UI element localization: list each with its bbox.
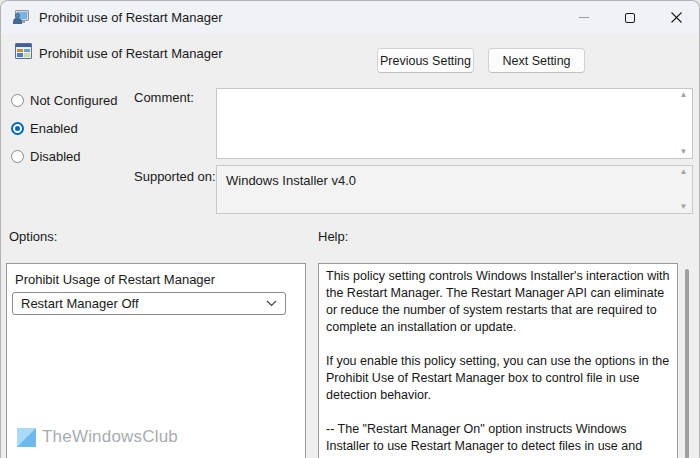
close-button[interactable]: [653, 1, 699, 34]
setting-name-heading: Prohibit use of Restart Manager: [39, 46, 223, 61]
help-panel[interactable]: This policy setting controls Windows Ins…: [318, 263, 678, 458]
watermark: TheWindowsClub: [17, 427, 178, 447]
scroll-up-icon: ▲: [680, 168, 688, 176]
radio-circle-icon[interactable]: [11, 122, 24, 135]
chevron-down-icon: [266, 300, 277, 307]
dropdown-selected-value: Restart Manager Off: [21, 296, 266, 311]
title-bar: Prohibit use of Restart Manager: [1, 1, 699, 34]
radio-enabled[interactable]: Enabled: [11, 120, 78, 136]
window-title: Prohibit use of Restart Manager: [39, 10, 223, 25]
radio-not-configured[interactable]: Not Configured: [11, 92, 117, 108]
comment-label: Comment:: [134, 90, 194, 105]
minimize-icon: [579, 17, 589, 18]
options-section-label: Options:: [9, 229, 57, 244]
help-section-label: Help:: [318, 229, 348, 244]
watermark-text: TheWindowsClub: [42, 427, 178, 447]
group-policy-app-icon: [13, 10, 30, 25]
next-setting-button[interactable]: Next Setting: [488, 48, 585, 73]
help-scrollbar[interactable]: [685, 269, 689, 458]
dropdown-label: Prohibit Usage of Restart Manager: [15, 272, 215, 287]
supported-scrollbar: ▲ ▼: [675, 166, 692, 213]
help-paragraph: This policy setting controls Windows Ins…: [326, 268, 670, 336]
policy-setting-icon: [15, 43, 32, 59]
help-paragraph: -- The "Restart Manager On" option instr…: [326, 421, 670, 458]
thewindowsclub-logo-icon: [17, 428, 36, 447]
help-paragraph: If you enable this policy setting, you c…: [326, 353, 670, 404]
comment-textarea[interactable]: ▲ ▼: [216, 88, 693, 159]
comment-scrollbar[interactable]: ▲ ▼: [675, 89, 692, 158]
scroll-down-icon: ▼: [680, 203, 688, 211]
radio-disabled[interactable]: Disabled: [11, 148, 81, 164]
radio-label: Enabled: [30, 121, 78, 136]
supported-on-label: Supported on:: [134, 169, 216, 184]
radio-label: Disabled: [30, 149, 81, 164]
close-icon: [671, 12, 682, 23]
restart-manager-dropdown[interactable]: Restart Manager Off: [12, 292, 286, 315]
supported-on-value: Windows Installer v4.0: [226, 173, 356, 188]
previous-setting-button[interactable]: Previous Setting: [377, 48, 474, 73]
radio-circle-icon[interactable]: [11, 94, 24, 107]
maximize-button[interactable]: [607, 1, 653, 34]
maximize-icon: [625, 13, 635, 23]
supported-on-box: Windows Installer v4.0 ▲ ▼: [216, 165, 693, 214]
radio-label: Not Configured: [30, 93, 117, 108]
scroll-down-icon[interactable]: ▼: [680, 148, 688, 156]
options-panel: Prohibit Usage of Restart Manager Restar…: [6, 263, 306, 458]
radio-circle-icon[interactable]: [11, 150, 24, 163]
minimize-button: [561, 1, 607, 34]
policy-setting-dialog: Prohibit use of Restart Manager Prohibit…: [0, 0, 700, 458]
scroll-up-icon[interactable]: ▲: [680, 91, 688, 99]
